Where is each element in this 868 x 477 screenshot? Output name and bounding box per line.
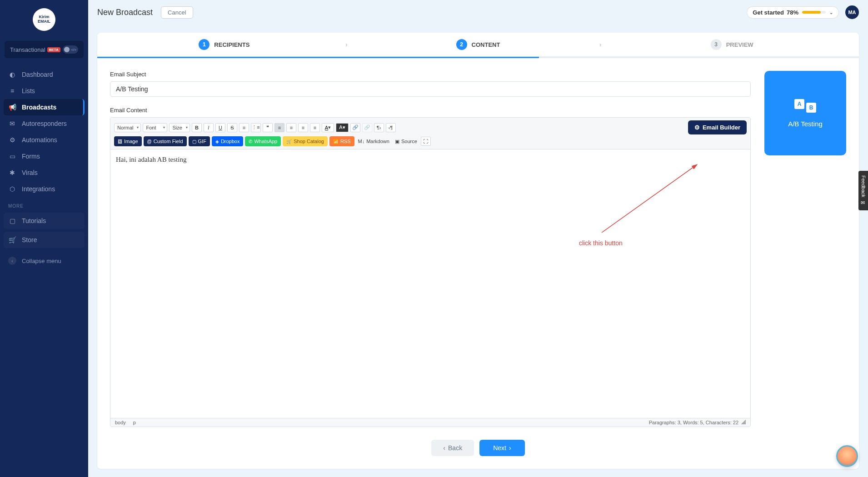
insert-rss-button[interactable]: 📶RSS (329, 136, 354, 146)
nav-dashboard[interactable]: ◐Dashboard (0, 66, 88, 83)
nav-tutorials[interactable]: ▢Tutorials (4, 213, 85, 229)
text-color-button[interactable]: A▾ (322, 123, 334, 132)
insert-dropbox-button[interactable]: ◈Dropbox (212, 136, 244, 146)
step-label: CONTENT (472, 41, 500, 48)
underline-button[interactable]: U (215, 123, 225, 132)
insert-image-button[interactable]: 🖼Image (114, 136, 142, 146)
nav-virals[interactable]: ✱Virals (0, 164, 88, 181)
step-content[interactable]: 2 CONTENT › (351, 33, 605, 56)
link-button[interactable]: 🔗 (350, 123, 360, 132)
pill-label: RSS (340, 139, 351, 144)
align-right-button[interactable]: ≡ (298, 123, 308, 132)
step-number: 2 (456, 39, 467, 50)
path-body[interactable]: body (115, 420, 126, 425)
ltr-button[interactable]: ¶› (374, 123, 384, 132)
content-card: 1 RECIPIENTS › 2 CONTENT › 3 PREVIEW Ema… (97, 33, 859, 469)
step-label: RECIPIENTS (214, 41, 249, 48)
transactional-toggle[interactable]: </> (63, 45, 78, 54)
subject-input[interactable] (110, 81, 751, 97)
insert-custom-field-button[interactable]: @Custom Field (144, 136, 187, 146)
integrations-icon: ⬡ (8, 185, 16, 193)
nav-label: Integrations (22, 185, 55, 193)
insert-shop-button[interactable]: 🛒Shop Catalog (283, 136, 328, 146)
italic-button[interactable]: I (204, 123, 214, 132)
image-icon: 🖼 (118, 139, 122, 144)
pill-label: Custom Field (154, 139, 183, 144)
source-button[interactable]: ▣Source (393, 139, 419, 144)
chat-widget[interactable] (836, 445, 858, 467)
next-button[interactable]: Next› (479, 440, 524, 456)
logo[interactable]: Kirim EMAIL (0, 0, 88, 37)
pill-label: Shop Catalog (294, 139, 324, 144)
fullscreen-button[interactable]: ⛶ (421, 137, 431, 146)
step-recipients[interactable]: 1 RECIPIENTS › (97, 33, 351, 56)
nav-forms[interactable]: ▭Forms (0, 148, 88, 164)
tutorials-icon: ▢ (8, 217, 16, 224)
editor-stats: Paragraphs: 3, Words: 5, Characters: 22 (649, 420, 738, 425)
chevron-right-icon: › (345, 41, 348, 48)
align-left-button[interactable]: ≡ (274, 123, 284, 132)
nav-lists[interactable]: ≡Lists (0, 83, 88, 99)
nav-label: Autoresponders (22, 120, 67, 127)
nav-label: Virals (22, 169, 38, 176)
nav-label: Forms (22, 153, 40, 160)
topbar: New Broadcast Cancel Get started 78% ⌄ M… (88, 0, 868, 25)
back-button[interactable]: ‹Back (431, 440, 474, 456)
chevron-right-icon: › (599, 41, 602, 48)
nav-store[interactable]: 🛒Store (4, 232, 85, 248)
chevron-down-icon: ⌄ (829, 10, 833, 15)
editor-body[interactable]: Hai, ini adalah AB testing (110, 149, 750, 418)
transactional-label: Transactional BETA (10, 46, 60, 53)
path-p[interactable]: p (133, 420, 136, 425)
nav-autoresponders[interactable]: ✉Autoresponders (0, 115, 88, 132)
align-justify-button[interactable]: ≡ (310, 123, 320, 132)
markdown-button[interactable]: M↓Markdown (356, 139, 391, 144)
collapse-label: Collapse menu (22, 258, 61, 264)
step-preview[interactable]: 3 PREVIEW (605, 33, 859, 56)
nav-broadcasts[interactable]: 📢Broadcasts (4, 99, 85, 115)
feedback-tab[interactable]: Feedback ✉ (858, 171, 868, 210)
strike-button[interactable]: S (227, 123, 237, 132)
size-select[interactable]: Size (169, 123, 190, 132)
nav-label: Lists (22, 87, 35, 94)
align-center-button[interactable]: ≡ (286, 123, 296, 132)
insert-gif-button[interactable]: ▢GIF (189, 136, 210, 146)
dashboard-icon: ◐ (8, 71, 16, 78)
subject-label: Email Subject (110, 71, 751, 78)
resize-handle[interactable] (741, 420, 746, 424)
email-builder-button[interactable]: ⚙ Email Builder (688, 120, 747, 134)
editor-footer: body p Paragraphs: 3, Words: 5, Characte… (110, 418, 750, 427)
nav-integrations[interactable]: ⬡Integrations (0, 181, 88, 197)
rtl-button[interactable]: ‹¶ (386, 123, 396, 132)
collapse-menu[interactable]: ‹ Collapse menu (0, 249, 88, 272)
pill-label: WhatsApp (254, 139, 277, 144)
pill-label: Image (124, 139, 138, 144)
ab-testing-card[interactable]: A B A/B Testing (764, 71, 846, 155)
builder-icon: ⚙ (694, 124, 700, 131)
numbered-list-button[interactable]: ≡ (239, 123, 249, 132)
content-label: Email Content (110, 107, 751, 114)
get-started-pct: 78% (787, 9, 798, 16)
at-icon: @ (147, 139, 152, 144)
dropbox-icon: ◈ (215, 139, 219, 144)
get-started-pill[interactable]: Get started 78% ⌄ (747, 6, 839, 19)
broadcasts-icon: 📢 (8, 104, 16, 111)
collapse-icon: ‹ (8, 257, 16, 265)
format-select[interactable]: Normal (114, 123, 141, 132)
forms-icon: ▭ (8, 153, 16, 160)
bg-color-button[interactable]: A▾ (336, 123, 348, 132)
quote-button[interactable]: ❝ (263, 123, 273, 132)
nav-automations[interactable]: ⚙Automations (0, 132, 88, 148)
back-label: Back (448, 444, 462, 452)
beta-badge: BETA (47, 47, 60, 52)
insert-whatsapp-button[interactable]: ✆WhatsApp (245, 136, 281, 146)
pill-label: Source (401, 139, 417, 144)
user-avatar[interactable]: MA (845, 5, 859, 19)
automations-icon: ⚙ (8, 136, 16, 144)
bullet-list-button[interactable]: ⋮≡ (251, 123, 261, 132)
sidebar: Kirim EMAIL Transactional BETA </> ◐Dash… (0, 0, 88, 477)
cancel-button[interactable]: Cancel (161, 6, 193, 19)
unlink-button[interactable]: 🔗 (362, 123, 372, 132)
font-select[interactable]: Font (143, 123, 167, 132)
bold-button[interactable]: B (192, 123, 202, 132)
